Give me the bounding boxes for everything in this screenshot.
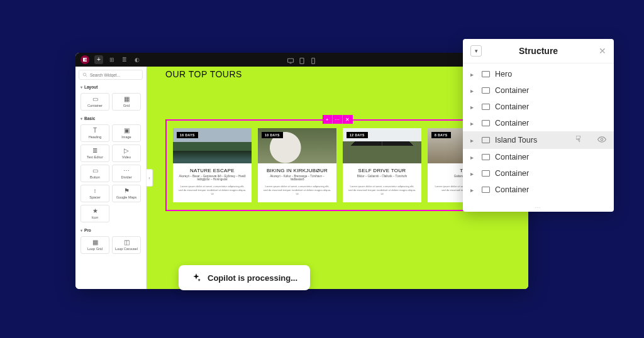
button-icon: ▭ [92, 168, 98, 174]
widget-loop-grid[interactable]: ▦Loop Grid [80, 236, 109, 254]
tour-card[interactable]: 10 DAYS BIKING IN KIRKJUBØUR Akureyri – … [258, 128, 336, 202]
structure-item-container[interactable]: ▸Container [463, 165, 614, 182]
editor-topbar: + ⊞ ≣ ◐ ⌕ ◎ ● [75, 53, 528, 67]
caret-icon: ▸ [470, 170, 477, 177]
spacer-icon: ↕ [94, 188, 97, 194]
widget-section-pro[interactable]: Pro [75, 226, 146, 234]
widget-button[interactable]: ▭Button [80, 165, 109, 182]
image-icon: ▣ [124, 128, 130, 134]
structure-icon[interactable]: ≣ [121, 56, 128, 63]
hero-section[interactable]: OUR TOP TOURS [165, 67, 509, 84]
widget-section-basic[interactable]: Basic [75, 114, 146, 123]
structure-item-container[interactable]: ▸Container [463, 82, 614, 99]
widget-grid[interactable]: ▦Grid [112, 93, 141, 111]
divider-icon: ⋯ [123, 168, 130, 174]
search-widget-field[interactable] [90, 73, 139, 77]
structure-toggle-icon[interactable]: ▾ [470, 45, 482, 57]
element-box-icon [482, 104, 490, 110]
section-add-button[interactable]: + [323, 115, 333, 124]
svg-point-3 [83, 73, 86, 76]
widget-loop-carousel[interactable]: ◫Loop Carousel [112, 236, 141, 254]
history-icon[interactable]: ◐ [133, 56, 141, 63]
sparkle-icon [191, 273, 201, 283]
section-close-button[interactable]: ✕ [343, 115, 353, 124]
star-icon: ★ [92, 208, 98, 214]
structure-close-button[interactable]: ✕ [599, 46, 606, 55]
loop-carousel-icon: ◫ [124, 239, 130, 246]
caret-icon: ▸ [470, 104, 477, 111]
svg-rect-0 [288, 58, 294, 62]
structure-header: ▾ Structure ✕ [463, 39, 614, 63]
google-maps-icon: ⚑ [124, 188, 130, 194]
widget-section-layout[interactable]: Layout [75, 83, 146, 91]
loop-grid-icon: ▦ [92, 239, 98, 246]
device-tablet-icon[interactable] [298, 56, 306, 63]
cursor-pointer-icon: ☟ [575, 134, 581, 144]
tour-card[interactable]: 12 DAYS SELF DRIVE TOUR Bíldur – Galtarv… [343, 128, 421, 202]
structure-item-container[interactable]: ▸Container [463, 99, 614, 115]
element-box-icon [482, 154, 490, 160]
widget-image[interactable]: ▣Image [112, 124, 141, 142]
island-tours-section[interactable]: + ⋯ ✕ 16 DAYS NATURE ESCAPE Akureyri – B… [165, 119, 509, 211]
elementor-editor-window: + ⊞ ≣ ◐ ⌕ ◎ ● Layout ▭Container ▦Grid [75, 53, 528, 289]
copilot-status-pill: Copilot is processing... [179, 265, 310, 290]
widget-video[interactable]: ▷Video [112, 144, 141, 162]
widget-icon[interactable]: ★Icon [80, 205, 109, 222]
card-subtitle: Akureyri – Koltur – Bremanga – Tórshavn … [263, 175, 331, 181]
element-box-icon [482, 137, 490, 143]
element-box-icon [482, 170, 490, 177]
card-description: Lorem ipsum dolor sit amet, consectetur … [263, 185, 331, 196]
hero-title: OUR TOP TOURS [165, 69, 272, 79]
duration-badge: 12 DAYS [347, 132, 368, 138]
structure-item-container[interactable]: ▸Container [463, 182, 614, 198]
widget-heading[interactable]: THeading [80, 124, 109, 142]
tour-card[interactable]: 16 DAYS NATURE ESCAPE Akureyri – Basar –… [173, 128, 252, 202]
video-icon: ▷ [124, 148, 129, 154]
duration-badge: 8 DAYS [431, 132, 451, 138]
section-edit-button[interactable]: ⋯ [333, 115, 343, 124]
duration-badge: 10 DAYS [262, 132, 283, 138]
search-widget-input[interactable] [79, 70, 143, 80]
site-settings-icon[interactable]: ⊞ [108, 56, 116, 63]
add-element-button[interactable]: + [94, 55, 103, 64]
card-description: Lorem ipsum dolor sit amet, consectetur … [348, 185, 416, 196]
element-box-icon [482, 87, 490, 94]
text-editor-icon: ≣ [92, 148, 97, 154]
caret-icon: ▸ [470, 187, 477, 194]
element-box-icon [482, 120, 490, 126]
card-title: NATURE ESCAPE [178, 168, 247, 173]
structure-item-container[interactable]: ▸Container [463, 149, 614, 165]
svg-point-4 [601, 138, 603, 141]
panel-collapse-handle[interactable]: ‹ [147, 169, 153, 187]
structure-tree: ▸Hero ▸Container ▸Container ▸Container ▸… [463, 63, 614, 203]
widget-text-editor[interactable]: ≣Text Editor [80, 144, 109, 162]
widget-spacer[interactable]: ↕Spacer [80, 185, 109, 202]
structure-title: Structure [519, 46, 558, 56]
widget-container[interactable]: ▭Container [80, 93, 109, 111]
card-subtitle: Bíldur – Galtarviti – Ólafsvík – Tónshof… [348, 175, 416, 181]
widget-divider[interactable]: ⋯Divider [112, 165, 141, 182]
card-title: BIKING IN KIRKJUBØUR [263, 168, 331, 173]
section-edit-actions: + ⋯ ✕ [323, 115, 353, 124]
caret-icon: ▸ [470, 154, 477, 161]
caret-icon: ▸ [470, 71, 477, 78]
svg-rect-2 [312, 58, 315, 64]
card-title: SELF DRIVE TOUR [348, 168, 416, 173]
structure-item-container[interactable]: ▸Container [463, 115, 614, 131]
device-mobile-icon[interactable] [309, 56, 317, 63]
structure-item-hero[interactable]: ▸Hero [463, 66, 614, 82]
caret-icon: ▸ [470, 137, 477, 144]
container-icon: ▭ [92, 96, 98, 102]
elementor-logo-icon[interactable] [80, 55, 89, 64]
structure-item-island-tours[interactable]: ▸Island Tours ☟ [463, 131, 614, 149]
caret-icon: ▸ [470, 120, 477, 127]
copilot-status-text: Copilot is processing... [208, 273, 297, 283]
card-description: Lorem ipsum dolor sit amet, consectetur … [178, 185, 247, 196]
visibility-icon[interactable] [597, 135, 606, 145]
search-icon [82, 72, 87, 77]
element-box-icon [482, 71, 490, 77]
widget-google-maps[interactable]: ⚑Google Maps [112, 185, 141, 202]
element-box-icon [482, 187, 490, 193]
device-desktop-icon[interactable] [287, 56, 294, 63]
structure-resize-handle[interactable]: ⋯ [463, 203, 614, 212]
